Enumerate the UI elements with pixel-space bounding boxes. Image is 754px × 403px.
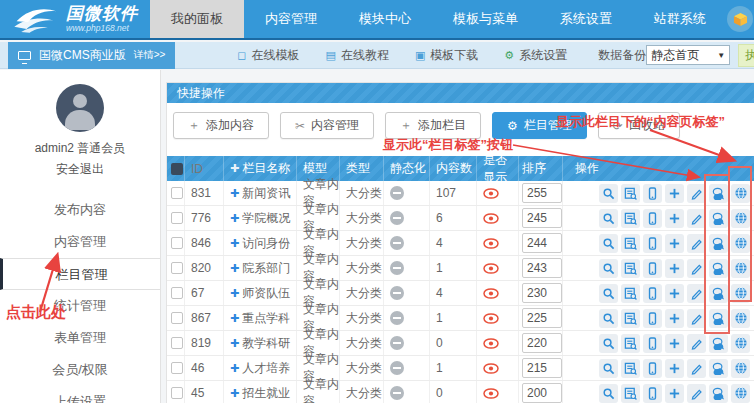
sort-order-input[interactable] [522,183,562,203]
mobile-view-button[interactable] [643,384,662,403]
expand-plus-icon[interactable]: ✚ [230,387,239,400]
nav-tab[interactable]: 站群系统 [633,0,727,38]
preview-search-button[interactable] [599,209,618,228]
sidebar-item[interactable]: 表单管理 [0,322,160,354]
static-disabled-icon[interactable] [390,261,404,275]
add-sub-column-button[interactable] [665,259,684,278]
content-page-tag-button[interactable] [731,359,750,378]
column-tag-button[interactable] [709,334,728,353]
static-disabled-icon[interactable] [390,386,404,400]
browse-list-button[interactable] [621,309,640,328]
sidebar-item[interactable]: 内容管理 [0,226,160,258]
edit-button[interactable] [687,334,706,353]
sort-order-input[interactable] [522,283,562,303]
static-page-select[interactable]: 静态首页 ▼ [646,45,730,65]
select-all-checkbox[interactable] [171,163,183,175]
preview-search-button[interactable] [599,384,618,403]
static-disabled-icon[interactable] [390,236,404,250]
content-page-tag-button[interactable] [731,209,750,228]
mobile-view-button[interactable] [643,284,662,303]
content-page-tag-button[interactable] [731,309,750,328]
column-tag-button[interactable] [709,359,728,378]
sidebar-item[interactable]: 发布内容 [0,194,160,226]
add-sub-column-button[interactable] [665,384,684,403]
add-sub-column-button[interactable] [665,234,684,253]
mobile-view-button[interactable] [643,334,662,353]
static-disabled-icon[interactable] [390,286,404,300]
home-tag-badge[interactable] [727,6,753,32]
content-page-tag-button[interactable] [731,259,750,278]
edit-button[interactable] [687,359,706,378]
content-page-tag-button[interactable] [731,234,750,253]
column-tag-button[interactable] [709,184,728,203]
browse-list-button[interactable] [621,384,640,403]
row-checkbox[interactable] [171,237,183,249]
toolbar-link[interactable]: ⚙ 系统设置 [504,47,567,64]
add-sub-column-button[interactable] [665,209,684,228]
column-tag-button[interactable] [709,284,728,303]
static-disabled-icon[interactable] [390,361,404,375]
edit-button[interactable] [687,309,706,328]
toolbar-link[interactable]: ▤ 在线教程 [326,47,389,64]
visible-eye-icon[interactable] [483,238,499,249]
edit-button[interactable] [687,234,706,253]
visible-eye-icon[interactable] [483,388,499,399]
sort-order-input[interactable] [522,333,562,353]
edit-button[interactable] [687,209,706,228]
nav-tab[interactable]: 系统设置 [539,0,633,38]
mobile-view-button[interactable] [643,309,662,328]
edit-button[interactable] [687,284,706,303]
sort-order-input[interactable] [522,233,562,253]
preview-search-button[interactable] [599,234,618,253]
add-sub-column-button[interactable] [665,309,684,328]
quick-action-button[interactable]: ＋ 添加内容 [173,112,269,139]
column-tag-button[interactable] [709,259,728,278]
mobile-view-button[interactable] [643,359,662,378]
mobile-view-button[interactable] [643,234,662,253]
sidebar-item[interactable]: 会员/权限 [0,354,160,386]
expand-plus-icon[interactable]: ✚ [230,212,239,225]
add-sub-column-button[interactable] [665,284,684,303]
expand-plus-icon[interactable]: ✚ [230,187,239,200]
expand-plus-icon[interactable]: ✚ [230,362,239,375]
expand-plus-icon[interactable]: ✚ [230,337,239,350]
row-checkbox[interactable] [171,287,183,299]
static-disabled-icon[interactable] [390,211,404,225]
browse-list-button[interactable] [621,334,640,353]
execute-button[interactable]: 执行 [738,44,754,67]
expand-plus-icon[interactable]: ✚ [230,287,239,300]
visible-eye-icon[interactable] [483,188,499,199]
add-sub-column-button[interactable] [665,359,684,378]
preview-search-button[interactable] [599,334,618,353]
static-disabled-icon[interactable] [390,311,404,325]
nav-tab[interactable]: 内容管理 [244,0,338,38]
content-page-tag-button[interactable] [731,184,750,203]
row-checkbox[interactable] [171,337,183,349]
edit-button[interactable] [687,384,706,403]
sort-order-input[interactable] [522,358,562,378]
nav-tab[interactable]: 模块中心 [338,0,432,38]
visible-eye-icon[interactable] [483,288,499,299]
quick-action-button[interactable]: ＋ 添加栏目 [385,112,481,139]
mobile-view-button[interactable] [643,259,662,278]
sort-order-input[interactable] [522,383,562,403]
details-link[interactable]: 详情>> [134,48,166,62]
expand-plus-icon[interactable]: ✚ [230,237,239,250]
column-tag-button[interactable] [709,234,728,253]
browse-list-button[interactable] [621,359,640,378]
expand-plus-icon[interactable]: ✚ [230,262,239,275]
browse-list-button[interactable] [621,259,640,278]
visible-eye-icon[interactable] [483,338,499,349]
visible-eye-icon[interactable] [483,213,499,224]
nav-tab[interactable]: 模板与菜单 [432,0,539,38]
edit-button[interactable] [687,184,706,203]
mobile-view-button[interactable] [643,209,662,228]
visible-eye-icon[interactable] [483,363,499,374]
static-disabled-icon[interactable] [390,186,404,200]
browse-list-button[interactable] [621,284,640,303]
row-checkbox[interactable] [171,212,183,224]
content-page-tag-button[interactable] [731,284,750,303]
row-checkbox[interactable] [171,387,183,399]
row-checkbox[interactable] [171,187,183,199]
column-tag-button[interactable] [709,309,728,328]
